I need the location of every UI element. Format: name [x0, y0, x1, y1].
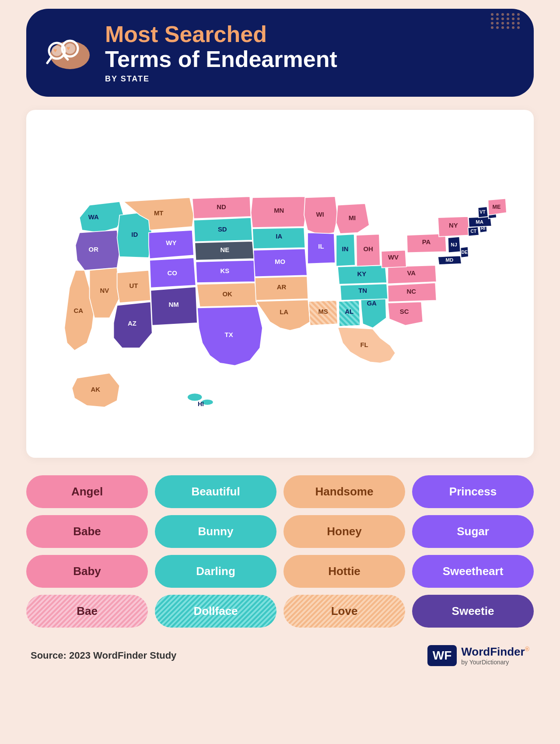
svg-text:MI: MI	[349, 214, 356, 221]
term-baby: Baby	[26, 555, 148, 588]
svg-text:ND: ND	[217, 204, 226, 211]
term-sugar: Sugar	[412, 515, 534, 548]
term-princess: Princess	[412, 475, 534, 508]
footer-source-text: 2023 WordFinder Study	[69, 650, 176, 661]
wordfinder-name: WordFinder®	[461, 645, 529, 659]
svg-text:IL: IL	[318, 243, 324, 250]
term-handsome: Handsome	[284, 475, 405, 508]
svg-text:FL: FL	[360, 341, 368, 348]
svg-text:DE: DE	[462, 250, 468, 255]
svg-text:KY: KY	[357, 271, 366, 278]
header-title-bottom: Terms of Endearment	[105, 47, 516, 72]
svg-text:NY: NY	[449, 222, 458, 229]
term-sweetheart: Sweetheart	[412, 555, 534, 588]
svg-text:NC: NC	[406, 288, 416, 295]
svg-marker-9	[80, 202, 124, 233]
svg-text:♥: ♥	[53, 47, 57, 54]
header-text: Most Searched Terms of Endearment BY STA…	[105, 22, 516, 84]
dots-decoration	[491, 13, 521, 29]
svg-text:WA: WA	[88, 214, 99, 221]
svg-text:WY: WY	[166, 240, 176, 247]
svg-text:PA: PA	[422, 239, 431, 246]
header-subtitle: BY STATE	[105, 74, 516, 84]
svg-text:CO: CO	[167, 270, 177, 277]
wordfinder-sub: by YourDictionary	[461, 659, 529, 666]
svg-text:WI: WI	[316, 211, 324, 218]
term-bae: Bae	[26, 595, 148, 628]
svg-text:MN: MN	[274, 207, 284, 214]
term-beautiful: Beautiful	[155, 475, 276, 508]
terms-grid: Angel Beautiful Handsome Princess Babe B…	[26, 475, 534, 628]
svg-text:AR: AR	[277, 284, 287, 291]
svg-text:MS: MS	[318, 309, 328, 316]
svg-text:NM: NM	[169, 302, 179, 309]
svg-text:IN: IN	[342, 246, 349, 253]
svg-text:GA: GA	[367, 300, 377, 307]
svg-text:WV: WV	[388, 254, 399, 261]
svg-text:NJ: NJ	[451, 242, 457, 247]
term-darling: Darling	[155, 555, 276, 588]
svg-text:VT: VT	[480, 210, 486, 214]
svg-text:SD: SD	[218, 226, 227, 233]
svg-text:OR: OR	[89, 246, 99, 253]
wordfinderlogo-mark: WF	[427, 645, 457, 666]
svg-text:CT: CT	[470, 229, 476, 234]
svg-text:LA: LA	[280, 309, 288, 316]
svg-text:TX: TX	[225, 331, 233, 338]
svg-point-111	[187, 393, 202, 401]
svg-text:TN: TN	[358, 287, 367, 294]
svg-text:♥: ♥	[66, 45, 70, 52]
header-title-top: Most Searched	[105, 22, 516, 47]
term-angel: Angel	[26, 475, 148, 508]
term-dollface: Dollface	[155, 595, 276, 628]
svg-line-7	[47, 57, 52, 63]
svg-text:ME: ME	[493, 204, 501, 210]
svg-text:SC: SC	[400, 309, 409, 316]
page-header: ♥ ♥ Most Searched Terms of Endearment BY…	[26, 9, 534, 97]
svg-text:NV: NV	[100, 287, 109, 294]
header-icon: ♥ ♥	[44, 33, 92, 73]
page-footer: Source: 2023 WordFinder Study WF WordFin…	[26, 645, 534, 666]
svg-text:NE: NE	[220, 247, 230, 254]
svg-text:AL: AL	[345, 309, 354, 316]
svg-text:MT: MT	[154, 210, 163, 217]
svg-text:IA: IA	[276, 233, 282, 240]
term-bunny: Bunny	[155, 515, 276, 548]
svg-text:MA: MA	[476, 219, 483, 225]
footer-source-label: Source:	[31, 650, 66, 661]
svg-text:ID: ID	[131, 231, 138, 238]
us-map-container: WA OR CA NV ID MT WY UT CO	[39, 127, 521, 440]
svg-text:MD: MD	[445, 257, 453, 263]
svg-text:OK: OK	[223, 291, 233, 298]
svg-text:OH: OH	[364, 246, 373, 253]
svg-text:MO: MO	[275, 258, 285, 265]
svg-text:AK: AK	[91, 386, 101, 393]
footer-source: Source: 2023 WordFinder Study	[31, 650, 176, 661]
term-honey: Honey	[284, 515, 405, 548]
footer-logo: WF WordFinder® by YourDictionary	[427, 645, 529, 666]
svg-text:CA: CA	[74, 307, 84, 314]
term-hottie: Hottie	[284, 555, 405, 588]
svg-text:KS: KS	[220, 268, 230, 275]
us-map-svg: WA OR CA NV ID MT WY UT CO	[39, 127, 521, 438]
map-section: WA OR CA NV ID MT WY UT CO	[26, 110, 534, 457]
term-sweetie: Sweetie	[412, 595, 534, 628]
svg-text:HI: HI	[198, 401, 204, 407]
svg-text:VA: VA	[407, 270, 416, 277]
term-love: Love	[284, 595, 405, 628]
svg-text:AZ: AZ	[128, 320, 136, 327]
wordfinderlogo-text: WordFinder® by YourDictionary	[461, 645, 529, 666]
term-babe: Babe	[26, 515, 148, 548]
svg-text:UT: UT	[129, 282, 138, 289]
